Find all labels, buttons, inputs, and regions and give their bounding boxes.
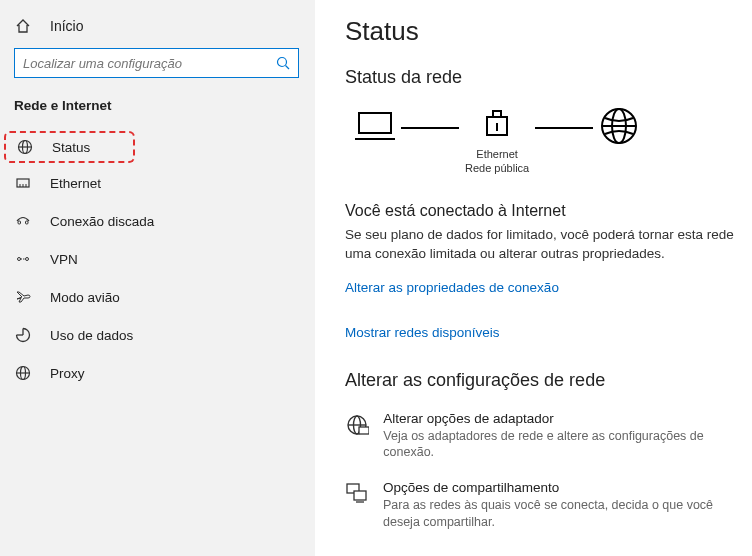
connected-description: Se seu plano de dados for limitado, você… bbox=[345, 226, 734, 264]
sidebar-item-dialup[interactable]: Conexão discada bbox=[0, 203, 315, 239]
diagram-net-type: Rede pública bbox=[465, 162, 529, 174]
svg-point-0 bbox=[278, 58, 287, 67]
node-computer bbox=[355, 109, 395, 169]
sidebar-item-vpn[interactable]: VPN bbox=[0, 241, 315, 277]
sidebar-item-proxy[interactable]: Proxy bbox=[0, 355, 315, 391]
airplane-icon bbox=[14, 289, 32, 305]
main-content: Status Status da rede Ethernet Rede públ… bbox=[315, 0, 752, 556]
option-adapter-settings[interactable]: Alterar opções de adaptador Veja os adap… bbox=[345, 411, 734, 461]
dialup-icon bbox=[14, 213, 32, 229]
sidebar-item-airplane[interactable]: Modo avião bbox=[0, 279, 315, 315]
sidebar-item-ethernet[interactable]: Ethernet bbox=[0, 165, 315, 201]
network-status-title: Status da rede bbox=[345, 67, 734, 88]
computer-icon bbox=[355, 109, 395, 143]
proxy-icon bbox=[14, 365, 32, 381]
sidebar-item-label: Ethernet bbox=[50, 176, 101, 191]
link-change-connection-props[interactable]: Alterar as propriedades de conexão bbox=[345, 280, 734, 295]
vpn-icon bbox=[14, 251, 32, 267]
data-usage-icon bbox=[14, 327, 32, 343]
connected-title: Você está conectado à Internet bbox=[345, 202, 734, 220]
sidebar-item-label: Modo avião bbox=[50, 290, 120, 305]
search-icon bbox=[276, 56, 290, 70]
ethernet-icon bbox=[14, 175, 32, 191]
sidebar-item-label: Proxy bbox=[50, 366, 85, 381]
svg-line-1 bbox=[286, 66, 290, 70]
svg-rect-9 bbox=[18, 221, 21, 224]
link-show-networks[interactable]: Mostrar redes disponíveis bbox=[345, 325, 734, 340]
sidebar-item-label: Status bbox=[52, 140, 90, 155]
search-input[interactable] bbox=[23, 56, 276, 71]
category-header: Rede e Internet bbox=[0, 98, 315, 129]
change-settings-title: Alterar as configurações de rede bbox=[345, 370, 734, 391]
globe-icon bbox=[16, 139, 34, 155]
diagram-conn-name: Ethernet bbox=[476, 148, 518, 160]
home-nav[interactable]: Início bbox=[0, 12, 315, 44]
internet-globe-icon bbox=[599, 106, 639, 146]
svg-rect-10 bbox=[26, 221, 29, 224]
sidebar-item-datausage[interactable]: Uso de dados bbox=[0, 317, 315, 353]
sharing-options-icon bbox=[345, 480, 369, 506]
home-icon bbox=[14, 18, 32, 34]
svg-point-12 bbox=[26, 258, 29, 261]
network-diagram: Ethernet Rede pública bbox=[345, 106, 734, 172]
option-title: Opções de compartilhamento bbox=[383, 480, 734, 495]
option-desc: Veja os adaptadores de rede e altere as … bbox=[383, 428, 734, 461]
sidebar-item-status[interactable]: Status bbox=[4, 131, 135, 163]
adapter-icon bbox=[482, 109, 512, 143]
search-wrap bbox=[0, 44, 315, 98]
adapter-options-icon bbox=[345, 411, 369, 437]
page-title: Status bbox=[345, 16, 734, 47]
option-title: Alterar opções de adaptador bbox=[383, 411, 734, 426]
svg-rect-32 bbox=[354, 491, 366, 500]
svg-point-11 bbox=[18, 258, 21, 261]
option-sharing[interactable]: Opções de compartilhamento Para as redes… bbox=[345, 480, 734, 530]
sidebar: Início Rede e Internet Status Ethernet C… bbox=[0, 0, 315, 556]
diagram-line bbox=[535, 127, 593, 129]
sidebar-item-label: VPN bbox=[50, 252, 78, 267]
sidebar-item-label: Uso de dados bbox=[50, 328, 133, 343]
svg-rect-19 bbox=[359, 113, 391, 133]
node-internet bbox=[599, 106, 639, 172]
home-label: Início bbox=[50, 18, 83, 34]
sidebar-item-label: Conexão discada bbox=[50, 214, 154, 229]
diagram-line bbox=[401, 127, 459, 129]
search-box[interactable] bbox=[14, 48, 299, 78]
svg-rect-30 bbox=[359, 427, 369, 434]
svg-rect-22 bbox=[493, 111, 501, 117]
option-desc: Para as redes às quais você se conecta, … bbox=[383, 497, 734, 530]
node-adapter: Ethernet Rede pública bbox=[465, 109, 529, 169]
